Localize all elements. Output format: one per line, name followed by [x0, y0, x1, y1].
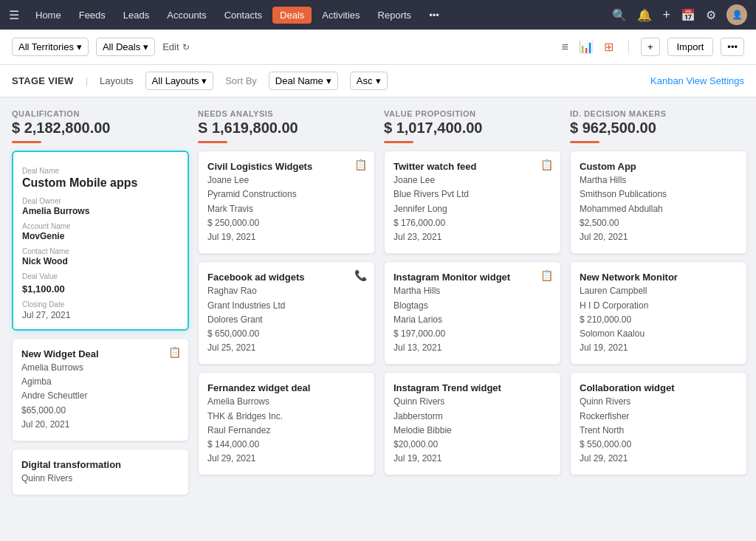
kanban-column-qualification: QUALIFICATION$ 2,182,800.00Deal NameCust…: [12, 109, 189, 503]
column-header: QUALIFICATION$ 2,182,800.00: [12, 109, 189, 143]
kanban-board: QUALIFICATION$ 2,182,800.00Deal NameCust…: [0, 97, 756, 541]
deal-detail-line: Joane Lee: [207, 173, 365, 187]
deal-detail-line: Quinn Rivers: [394, 395, 551, 409]
deal-card[interactable]: 📋Instagram Monitor widgetMartha HillsBlo…: [384, 261, 561, 365]
deal-detail-line: Martha Hills: [394, 284, 551, 298]
deal-detail-line: Solomon Kaalou: [580, 327, 738, 341]
layouts-button[interactable]: Layouts: [100, 75, 134, 86]
column-stage-name: VALUE PROPOSITION: [384, 109, 561, 118]
sort-order-selector[interactable]: Asc ▾: [350, 72, 388, 90]
deal-detail-line: $65,000.00: [21, 404, 179, 418]
deal-name: Facebook ad widgets: [207, 271, 365, 284]
deal-card[interactable]: Fernandez widget dealAmelia BurrowsTHK &…: [198, 372, 375, 475]
search-icon[interactable]: 🔍: [612, 8, 627, 22]
list-view-icon[interactable]: ≡: [559, 39, 571, 55]
user-avatar[interactable]: 👤: [726, 4, 747, 25]
deal-card[interactable]: New Network MonitorLauren CampbellH I D …: [570, 261, 747, 365]
column-stage-name: QUALIFICATION: [12, 109, 189, 118]
deal-name: Civil Logistics Widgets: [207, 160, 365, 173]
nav-item-leads[interactable]: Leads: [116, 7, 157, 24]
deal-field-label: Closing Date: [22, 300, 179, 309]
deal-card[interactable]: 📋Civil Logistics WidgetsJoane LeePyramid…: [198, 151, 375, 254]
territory-label: All Territories: [18, 41, 74, 52]
nav-item-deals[interactable]: Deals: [272, 7, 312, 24]
column-underline: [198, 141, 227, 143]
phone-icon[interactable]: 📞: [354, 269, 367, 281]
nav-item-activities[interactable]: Activities: [315, 7, 367, 24]
deal-detail-line: Quinn Rivers: [580, 395, 738, 409]
deal-detail-line: Jul 25, 2021: [207, 341, 365, 355]
deal-card[interactable]: Custom AppMartha HillsSmithson Publicati…: [570, 151, 747, 254]
deal-detail-line: $ 650,000.00: [207, 327, 365, 341]
nav-item-feeds[interactable]: Feeds: [72, 7, 113, 24]
deal-detail-line: Jul 23, 2021: [394, 230, 551, 244]
column-header: NEEDS ANALYSISS 1,619,800.00: [198, 109, 375, 143]
hamburger-menu-icon[interactable]: ☰: [9, 8, 19, 22]
deal-detail-line: Raul Fernandez: [207, 424, 365, 438]
deal-detail-line: Jul 19, 2021: [394, 452, 551, 466]
calendar-icon[interactable]: 📅: [681, 8, 695, 22]
chevron-down-icon: ▾: [77, 41, 82, 52]
deal-detail-line: Jabberstorm: [394, 410, 551, 424]
add-button[interactable]: +: [641, 38, 660, 56]
deal-card[interactable]: 📋Twitter watch feedJoane LeeBlue Rivers …: [384, 151, 561, 254]
deal-field-value: Jul 27, 2021: [22, 310, 179, 320]
deal-detail-line: Jul 29, 2021: [580, 452, 738, 466]
deal-detail-line: Mohammed Abdullah: [580, 202, 738, 216]
deal-field-value: $1,100.00: [22, 283, 179, 294]
kanban-column-needs_analysis: NEEDS ANALYSISS 1,619,800.00📋Civil Logis…: [198, 109, 375, 483]
all-layouts-selector[interactable]: All Layouts ▾: [145, 72, 214, 90]
import-button[interactable]: Import: [667, 38, 714, 56]
deal-card[interactable]: 📋New Widget DealAmelia BurrowsAgimbaAndr…: [12, 338, 189, 441]
deal-field-value: Amelia Burrows: [22, 206, 179, 216]
nav-item-contacts[interactable]: Contacts: [217, 7, 269, 24]
kanban-column-id_decision_makers: ID. DECISION MAKERS$ 962,500.00Custom Ap…: [570, 109, 747, 483]
deal-detail-line: $2,500.00: [580, 216, 738, 230]
kanban-settings-link[interactable]: Kanban View Settings: [650, 75, 744, 86]
deal-detail-line: Jul 20, 2021: [21, 418, 179, 432]
deal-card[interactable]: Digital transformationQuinn Rivers: [12, 449, 189, 495]
deal-title: Custom Mobile apps: [22, 176, 179, 191]
add-icon[interactable]: +: [662, 7, 670, 23]
task-icon[interactable]: 📋: [354, 159, 367, 170]
deal-detail-line: Blue Rivers Pvt Ltd: [394, 187, 551, 201]
notification-icon[interactable]: 🔔: [637, 8, 652, 22]
deal-field-value: MovGenie: [22, 231, 179, 241]
deal-name: Digital transformation: [21, 458, 179, 472]
kanban-view-icon[interactable]: ⊞: [601, 38, 616, 55]
deals-filter-selector[interactable]: All Deals ▾: [96, 38, 155, 56]
task-icon[interactable]: 📋: [540, 159, 553, 170]
deal-field-label: Contact Name: [22, 247, 179, 255]
deal-card[interactable]: 📞Facebook ad widgetsRaghav RaoGrant Indu…: [198, 261, 375, 365]
nav-item-more[interactable]: •••: [422, 7, 447, 24]
toolbar: All Territories ▾ All Deals ▾ Edit ↻ ≡ 📊…: [0, 30, 756, 65]
column-header: ID. DECISION MAKERS$ 962,500.00: [570, 109, 747, 143]
column-total: $ 962,500.00: [570, 120, 747, 137]
nav-item-reports[interactable]: Reports: [371, 7, 419, 24]
deal-field-label: Account Name: [22, 222, 179, 230]
settings-icon[interactable]: ⚙: [706, 8, 716, 22]
deal-card[interactable]: Collaboration widgetQuinn RiversRockerfi…: [570, 372, 747, 475]
chart-view-icon[interactable]: 📊: [576, 38, 597, 55]
territory-selector[interactable]: All Territories ▾: [12, 38, 89, 56]
more-options-button[interactable]: •••: [721, 38, 744, 56]
nav-item-home[interactable]: Home: [28, 7, 69, 24]
deal-detail-line: Jul 19, 2021: [207, 230, 365, 244]
stage-view-label: STAGE VIEW: [12, 75, 74, 86]
edit-label: Edit: [162, 41, 179, 52]
deal-detail-line: Jennifer Long: [394, 202, 551, 216]
deal-detail-line: Smithson Publications: [580, 187, 738, 201]
deal-detail-line: $ 250,000.00: [207, 216, 365, 230]
task-icon[interactable]: 📋: [168, 346, 181, 358]
edit-button[interactable]: Edit ↻: [162, 41, 189, 52]
deal-detail-line: THK & Bridges Inc.: [207, 410, 365, 424]
deals-filter-label: All Deals: [103, 41, 140, 52]
deal-card[interactable]: Deal NameCustom Mobile appsDeal OwnerAme…: [12, 151, 189, 331]
column-total: $ 2,182,800.00: [12, 120, 189, 137]
nav-item-accounts[interactable]: Accounts: [159, 7, 213, 24]
deal-card[interactable]: Instagram Trend widgetQuinn RiversJabber…: [384, 372, 561, 475]
deal-detail-line: Melodie Bibbie: [394, 424, 551, 438]
sort-field-selector[interactable]: Deal Name ▾: [269, 72, 338, 90]
deal-detail-line: Amelia Burrows: [207, 395, 365, 409]
task-icon[interactable]: 📋: [540, 269, 553, 281]
